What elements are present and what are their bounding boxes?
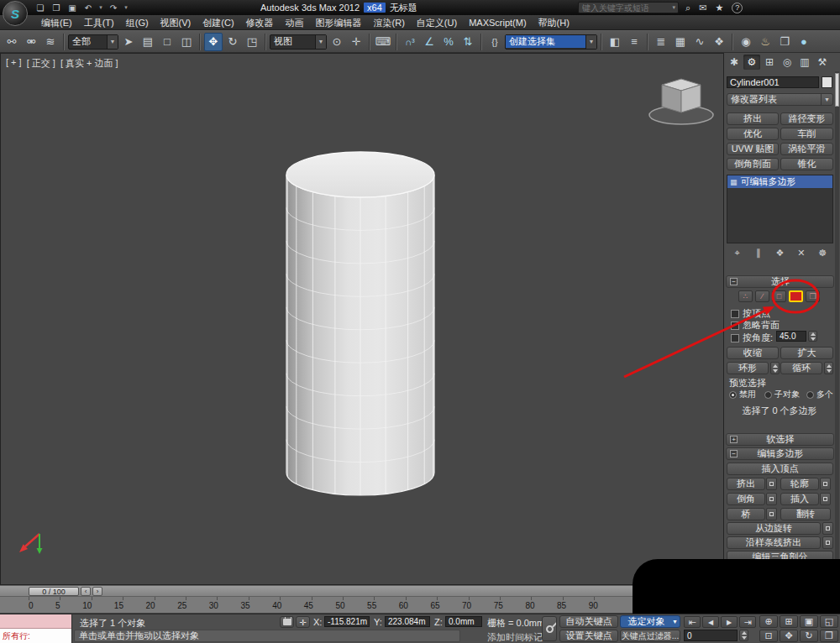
unlink-selection-icon[interactable]: ⚮ — [22, 33, 40, 51]
chevron-down-icon[interactable]: ▼ — [585, 35, 596, 49]
previous-frame-icon[interactable]: ◀ — [702, 616, 719, 628]
chevron-down-icon[interactable]: ▼ — [315, 35, 326, 49]
selection-filter-dropdown[interactable]: 全部 ▼ — [68, 34, 118, 50]
by-vertex-checkbox[interactable]: 按顶点 — [731, 307, 770, 320]
menu-edit[interactable]: 编辑(E) — [35, 15, 78, 30]
y-coordinate-field[interactable]: 223.084m — [385, 616, 430, 627]
modifier-button-taper[interactable]: 锥化 — [780, 158, 833, 170]
menu-group[interactable]: 组(G) — [120, 15, 155, 30]
vertex-icon[interactable]: ∴ — [738, 290, 753, 302]
by-angle-checkbox[interactable]: 按角度: — [731, 332, 773, 344]
flip-button[interactable]: 翻转 — [780, 508, 831, 520]
render-setup-icon[interactable]: ♨ — [756, 33, 774, 51]
select-and-manipulate-icon[interactable]: ✛ — [347, 33, 365, 51]
preview-disabled-radio[interactable]: 禁用 — [729, 389, 756, 400]
rectangular-selection-region-icon[interactable]: □ — [158, 33, 176, 51]
menu-modifiers[interactable]: 修改器 — [240, 15, 280, 30]
panel-scrollbar-thumb[interactable] — [835, 73, 839, 107]
zoom-region-icon[interactable]: ⊡ — [759, 630, 778, 642]
set-key-button[interactable]: 设置关键点 — [559, 630, 618, 642]
select-object-icon[interactable]: ➤ — [119, 33, 138, 51]
perspective-viewport[interactable]: [ + ] [ 正交 ] [ 真实 + 边面 ] — [0, 53, 724, 585]
3ds-max-logo[interactable]: S — [3, 1, 28, 26]
select-and-scale-icon[interactable]: ◳ — [243, 33, 261, 51]
cylinder-object[interactable] — [286, 152, 434, 495]
orbit-icon[interactable]: ↻ — [800, 630, 818, 642]
modifier-button-bevel-profile[interactable]: 倒角剖面 — [727, 158, 779, 170]
zoom-all-icon[interactable]: ⊞ — [780, 615, 798, 628]
modifier-list-dropdown[interactable]: 修改器列表 ▼ — [727, 93, 833, 106]
maximize-viewport-icon[interactable]: ❒ — [820, 630, 838, 642]
outline-settings-icon[interactable] — [820, 478, 831, 490]
configure-modifier-sets-icon[interactable]: ☸ — [815, 248, 830, 259]
curve-editor-icon[interactable]: ∿ — [690, 33, 709, 51]
make-unique-icon[interactable]: ❖ — [772, 248, 787, 259]
named-selection-sets-icon[interactable]: {} — [486, 33, 504, 51]
radio-icon[interactable] — [729, 391, 737, 399]
inset-settings-icon[interactable] — [820, 493, 831, 505]
menu-rendering[interactable]: 渲染(R) — [368, 15, 411, 30]
checkbox-icon[interactable] — [731, 334, 739, 342]
undo-icon[interactable]: ↶ — [81, 1, 95, 14]
menu-maxscript[interactable]: MAXScript(M) — [463, 15, 532, 30]
redo-caret-icon[interactable]: ▾ — [123, 1, 129, 14]
absolute-offset-toggle[interactable]: ✛ — [296, 616, 310, 628]
search-icon[interactable]: ⌕ — [685, 3, 690, 13]
search-input[interactable] — [579, 3, 672, 13]
radio-icon[interactable] — [764, 391, 772, 399]
modifier-button-lathe[interactable]: 车削 — [780, 128, 833, 140]
go-to-end-icon[interactable]: ⇥ — [739, 616, 756, 628]
reference-coordinate-dropdown[interactable]: 视图 ▼ — [270, 34, 327, 50]
grow-button[interactable]: 扩大 — [780, 347, 833, 359]
outline-button[interactable]: 轮廓 — [780, 478, 819, 490]
schematic-view-icon[interactable]: ❖ — [710, 33, 728, 51]
pan-icon[interactable]: ✥ — [780, 630, 798, 642]
tab-display[interactable]: ▥ — [796, 55, 813, 70]
menu-help[interactable]: 帮助(H) — [533, 15, 575, 30]
favorites-star-icon[interactable]: ★ — [715, 3, 723, 13]
help-icon[interactable]: ? — [732, 3, 743, 13]
bind-to-space-warp-icon[interactable]: ≋ — [41, 33, 60, 51]
layer-manager-icon[interactable]: ≣ — [652, 33, 670, 51]
modifier-button-uvw-map[interactable]: UVW 贴图 — [727, 143, 779, 155]
collapse-icon[interactable]: − — [730, 450, 738, 457]
insert-vertex-button[interactable]: 插入顶点 — [727, 463, 833, 475]
use-pivot-center-icon[interactable]: ⊙ — [328, 33, 346, 51]
communication-center-icon[interactable]: ✉ — [699, 3, 706, 13]
rendered-frame-icon[interactable]: ❐ — [775, 33, 794, 51]
checkbox-icon[interactable] — [731, 310, 739, 318]
key-filters-button[interactable]: 关键点过滤器... — [620, 630, 680, 642]
spinner-snap-icon[interactable]: ⇅ — [459, 33, 477, 51]
viewport-menu-plus[interactable]: [ + ] — [6, 57, 22, 70]
play-icon[interactable]: ▶ — [721, 616, 738, 628]
radio-icon[interactable] — [806, 391, 814, 399]
previous-frame-arrow[interactable]: ‹ — [81, 587, 91, 596]
shrink-button[interactable]: 收缩 — [727, 347, 779, 359]
select-and-rotate-icon[interactable]: ↻ — [223, 33, 242, 51]
hinge-settings-icon[interactable] — [822, 522, 833, 535]
tab-utilities[interactable]: ⚒ — [814, 55, 831, 70]
expand-icon[interactable]: + — [730, 436, 738, 443]
collapse-icon[interactable]: − — [730, 278, 738, 285]
border-icon[interactable]: □ — [772, 290, 786, 302]
window-crossing-icon[interactable]: ◫ — [177, 33, 196, 51]
new-scene-icon[interactable]: ❏ — [34, 1, 47, 14]
chevron-down-icon[interactable]: ▼ — [821, 94, 832, 105]
extrude-along-spline-button[interactable]: 沿样条线挤出 — [727, 536, 821, 549]
lock-selection-button[interactable] — [280, 616, 294, 628]
checkbox-icon[interactable] — [731, 322, 739, 330]
zoom-extents-all-icon[interactable]: ◱ — [820, 615, 838, 628]
infocenter-search[interactable]: ▾ — [578, 2, 679, 13]
polygon-icon[interactable]: ■ — [789, 290, 803, 302]
snap-toggle-3d-icon[interactable]: ∩³ — [401, 33, 419, 51]
loop-spinner[interactable] — [824, 362, 833, 374]
rollout-soft-selection[interactable]: + 软选择 — [726, 433, 834, 446]
time-slider-handle[interactable]: 0 / 100 — [29, 587, 79, 596]
tab-modify[interactable]: ⚙ — [743, 55, 760, 70]
material-editor-icon[interactable]: ◉ — [737, 33, 755, 51]
menu-create[interactable]: 创建(C) — [197, 15, 239, 30]
loop-button[interactable]: 循环 — [780, 362, 822, 374]
edge-icon[interactable]: ∕ — [755, 290, 769, 302]
angle-spinner[interactable] — [808, 331, 817, 342]
viewport-menu-view[interactable]: [ 正交 ] — [27, 57, 55, 70]
